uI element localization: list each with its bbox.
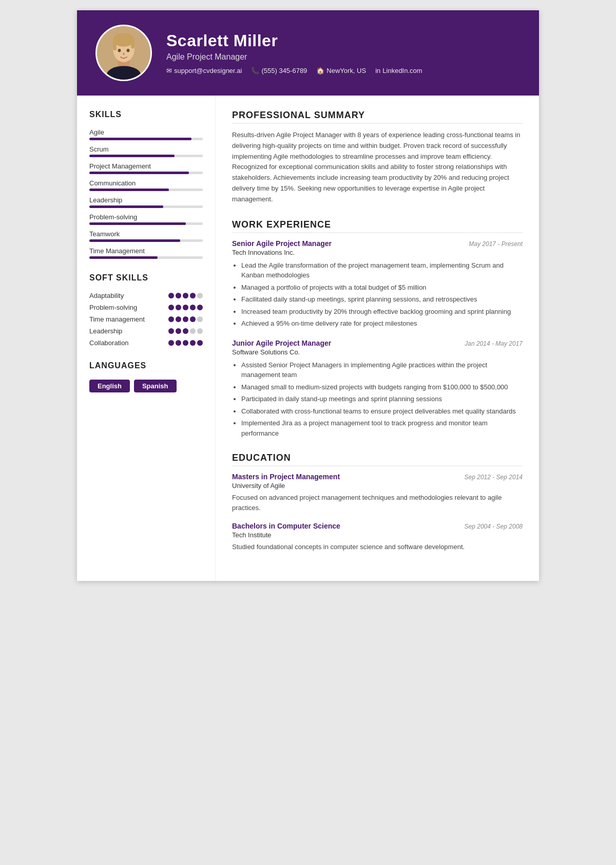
job-bullet: Assisted Senior Project Managers in impl… [241, 360, 523, 380]
education-section: EDUCATION Masters in Project Management … [232, 453, 523, 552]
skill-item: Problem-solving [89, 213, 203, 225]
dot-filled [183, 328, 188, 334]
header: Scarlett Miller Agile Project Manager ✉ … [77, 10, 539, 96]
languages-title: LANGUAGES [89, 361, 203, 372]
dot-filled [183, 340, 188, 346]
svg-rect-5 [131, 40, 134, 48]
skill-item: Time Management [89, 247, 203, 259]
summary-text: Results-driven Agile Project Manager wit… [232, 130, 523, 205]
skill-item: Agile [89, 128, 203, 140]
skill-item: Scrum [89, 145, 203, 157]
main-content: PROFESSIONAL SUMMARY Results-driven Agil… [216, 96, 539, 581]
candidate-name: Scarlett Miller [166, 31, 422, 50]
edu-dates: Sep 2012 - Sep 2014 [465, 474, 523, 481]
contact-location: 🏠 NewYork, US [316, 67, 366, 74]
candidate-title: Agile Project Manager [166, 52, 422, 62]
language-tag: English [89, 380, 130, 392]
dot-empty [197, 316, 203, 322]
soft-skills-section: SOFT SKILLS AdaptabilityProblem-solvingT… [89, 273, 203, 347]
skill-name: Leadership [89, 196, 203, 204]
skill-bar [89, 189, 203, 191]
soft-skill-item: Collaboration [89, 339, 203, 347]
linkedin-icon: in [375, 67, 380, 74]
dots [168, 328, 203, 334]
job-item: Senior Agile Project Manager May 2017 - … [232, 239, 523, 329]
contact-phone: 📞 (555) 345-6789 [251, 67, 307, 74]
dot-filled [190, 316, 196, 322]
skills-list: Agile Scrum Project Management Communica… [89, 128, 203, 259]
dot-filled [168, 340, 174, 346]
work-title: WORK EXPERIENCE [232, 219, 523, 233]
dot-filled [176, 340, 181, 346]
soft-skill-name: Time management [89, 315, 145, 323]
skill-name: Scrum [89, 145, 203, 153]
language-tag: Spanish [134, 380, 177, 392]
skill-item: Leadership [89, 196, 203, 208]
dot-filled [197, 340, 203, 346]
dot-filled [190, 340, 196, 346]
languages-section: LANGUAGES EnglishSpanish [89, 361, 203, 392]
dot-filled [176, 328, 181, 334]
job-header: Senior Agile Project Manager May 2017 - … [232, 239, 523, 248]
edu-list: Masters in Project Management Sep 2012 -… [232, 473, 523, 552]
svg-rect-4 [113, 40, 117, 50]
skill-bar [89, 155, 203, 157]
dot-empty [197, 293, 203, 298]
job-bullet: Participated in daily stand-up meetings … [241, 394, 523, 404]
skill-item: Teamwork [89, 230, 203, 242]
job-title: Junior Agile Project Manager [232, 339, 331, 347]
resume: Scarlett Miller Agile Project Manager ✉ … [77, 10, 539, 581]
job-bullet: Collaborated with cross-functional teams… [241, 406, 523, 417]
jobs-list: Senior Agile Project Manager May 2017 - … [232, 239, 523, 439]
edu-desc: Studied foundational concepts in compute… [232, 542, 523, 552]
dots [168, 305, 203, 310]
skill-bar-fill [89, 256, 158, 259]
skill-bar [89, 172, 203, 174]
contact-email: ✉ support@cvdesigner.ai [166, 67, 242, 74]
edu-header: Masters in Project Management Sep 2012 -… [232, 473, 523, 481]
dots [168, 293, 203, 298]
skill-name: Communication [89, 179, 203, 187]
dot-filled [168, 293, 174, 298]
job-bullet: Lead the Agile transformation of the pro… [241, 260, 523, 280]
dot-filled [190, 293, 196, 298]
job-bullet: Facilitated daily stand-up meetings, spr… [241, 294, 523, 305]
soft-skills-list: AdaptabilityProblem-solvingTime manageme… [89, 292, 203, 347]
dot-filled [176, 293, 181, 298]
job-bullet: Achieved a 95% on-time delivery rate for… [241, 318, 523, 329]
job-bullet: Increased team productivity by 20% throu… [241, 307, 523, 317]
svg-point-8 [123, 53, 125, 55]
edu-school: University of Agile [232, 482, 523, 490]
job-dates: Jan 2014 - May 2017 [465, 340, 523, 347]
dot-filled [168, 316, 174, 322]
skill-name: Agile [89, 128, 203, 136]
soft-skill-name: Leadership [89, 327, 122, 335]
lang-tags: EnglishSpanish [89, 380, 203, 392]
work-experience-section: WORK EXPERIENCE Senior Agile Project Man… [232, 219, 523, 439]
edu-school: Tech Institute [232, 531, 523, 539]
skill-bar [89, 239, 203, 242]
soft-skill-name: Problem-solving [89, 304, 137, 311]
dot-filled [190, 305, 196, 310]
job-bullet: Implemented Jira as a project management… [241, 418, 523, 438]
job-bullet: Managed a portfolio of projects with a t… [241, 283, 523, 293]
sidebar: SKILLS Agile Scrum Project Management Co… [77, 96, 216, 581]
contact-linkedin: in LinkedIn.com [375, 67, 422, 74]
skill-item: Project Management [89, 162, 203, 174]
dot-filled [168, 328, 174, 334]
avatar [95, 25, 152, 81]
summary-section: PROFESSIONAL SUMMARY Results-driven Agil… [232, 110, 523, 205]
soft-skill-name: Collaboration [89, 339, 129, 347]
dot-empty [190, 328, 196, 334]
edu-desc: Focused on advanced project management t… [232, 493, 523, 513]
header-info: Scarlett Miller Agile Project Manager ✉ … [166, 31, 422, 74]
edu-item: Bachelors in Computer Science Sep 2004 -… [232, 522, 523, 552]
location-icon: 🏠 [316, 67, 324, 74]
skill-bar-fill [89, 239, 180, 242]
email-icon: ✉ [166, 67, 172, 74]
skill-bar-fill [89, 155, 175, 157]
skill-bar-fill [89, 189, 169, 191]
phone-icon: 📞 [251, 67, 259, 74]
job-bullets: Lead the Agile transformation of the pro… [241, 260, 523, 329]
skill-bar-fill [89, 222, 186, 225]
